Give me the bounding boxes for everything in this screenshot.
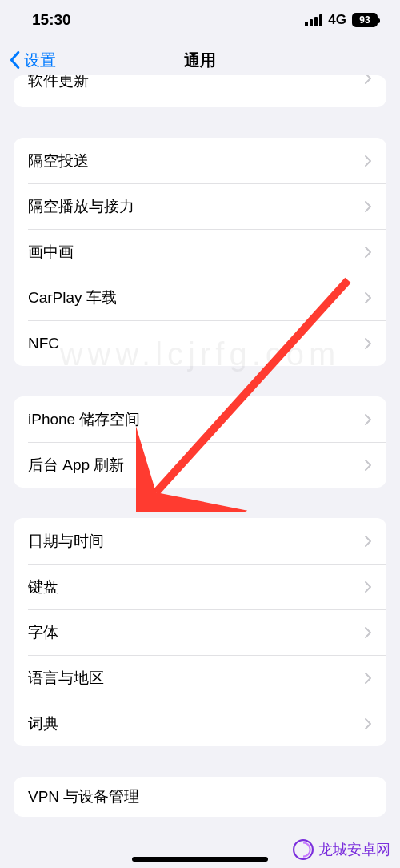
row-airdrop[interactable]: 隔空投送: [14, 138, 386, 183]
chevron-right-icon: [364, 291, 372, 304]
chevron-right-icon: [364, 337, 372, 350]
settings-group-1: 隔空投送 隔空播放与接力 画中画 CarPlay 车载 NFC: [14, 138, 386, 366]
status-time: 15:30: [32, 11, 71, 29]
row-iphone-storage[interactable]: iPhone 储存空间: [14, 396, 386, 442]
brand-badge: 龙城安卓网: [293, 839, 390, 860]
row-label: 语言与地区: [28, 668, 104, 689]
row-fonts[interactable]: 字体: [14, 609, 386, 655]
row-label: 词典: [28, 713, 58, 734]
row-language-region[interactable]: 语言与地区: [14, 655, 386, 701]
signal-icon: [305, 14, 322, 26]
status-right: 4G 93: [305, 12, 378, 28]
chevron-right-icon: [364, 413, 372, 426]
chevron-right-icon: [364, 626, 372, 639]
row-label: 字体: [28, 622, 58, 643]
chevron-right-icon: [364, 75, 372, 85]
row-label: VPN 与设备管理: [28, 786, 139, 807]
row-label: iPhone 储存空间: [28, 409, 140, 430]
row-label: 隔空播放与接力: [28, 196, 134, 217]
brand-label: 龙城安卓网: [318, 840, 390, 859]
brand-icon: [293, 839, 314, 860]
row-label: 软件更新: [28, 75, 89, 91]
settings-group-4: VPN 与设备管理: [14, 777, 386, 817]
row-vpn-device-management[interactable]: VPN 与设备管理: [14, 777, 386, 817]
row-label: NFC: [28, 335, 59, 352]
row-carplay[interactable]: CarPlay 车载: [14, 275, 386, 320]
chevron-right-icon: [364, 200, 372, 213]
network-label: 4G: [328, 12, 346, 28]
row-nfc[interactable]: NFC: [14, 320, 386, 366]
row-dictionary[interactable]: 词典: [14, 701, 386, 746]
settings-group-3: 日期与时间 键盘 字体 语言与地区 词典: [14, 518, 386, 746]
page-title: 通用: [184, 50, 216, 71]
row-background-app-refresh[interactable]: 后台 App 刷新: [14, 442, 386, 488]
row-label: CarPlay 车载: [28, 287, 117, 308]
nav-bar: 设置 通用: [0, 40, 400, 80]
back-label: 设置: [24, 50, 56, 71]
home-indicator[interactable]: [132, 857, 268, 862]
chevron-right-icon: [364, 717, 372, 730]
row-pip[interactable]: 画中画: [14, 229, 386, 275]
chevron-right-icon: [364, 672, 372, 685]
chevron-right-icon: [364, 246, 372, 259]
chevron-right-icon: [364, 459, 372, 472]
row-label: 画中画: [28, 242, 74, 263]
row-date-time[interactable]: 日期与时间: [14, 518, 386, 564]
row-airplay-handoff[interactable]: 隔空播放与接力: [14, 183, 386, 229]
chevron-right-icon: [364, 581, 372, 593]
row-label: 键盘: [28, 577, 58, 597]
back-button[interactable]: 设置: [8, 50, 56, 71]
row-software-update[interactable]: 软件更新: [14, 75, 386, 107]
row-label: 隔空投送: [28, 151, 89, 171]
status-bar: 15:30 4G 93: [0, 0, 400, 40]
chevron-right-icon: [364, 155, 372, 167]
chevron-left-icon: [8, 50, 21, 70]
row-label: 日期与时间: [28, 531, 104, 552]
row-keyboard[interactable]: 键盘: [14, 564, 386, 609]
settings-group-0: 软件更新: [14, 75, 386, 107]
settings-group-2: iPhone 储存空间 后台 App 刷新: [14, 396, 386, 488]
row-label: 后台 App 刷新: [28, 455, 124, 476]
chevron-right-icon: [364, 535, 372, 548]
battery-icon: 93: [352, 13, 378, 27]
